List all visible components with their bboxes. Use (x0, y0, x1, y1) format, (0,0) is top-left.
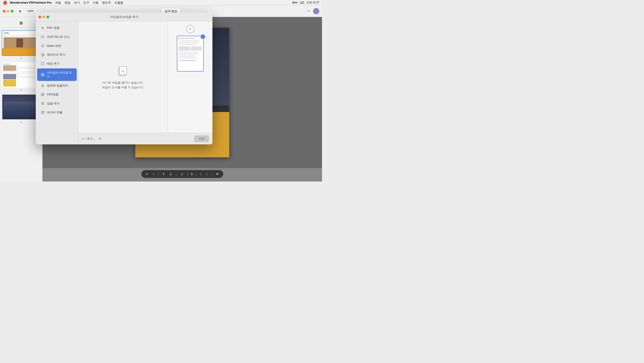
footer-left: + + 추가... ≡ (82, 136, 103, 142)
modal-menu-item-batch-remove[interactable]: 일괄 제거 (37, 99, 77, 108)
svg-rect-18 (43, 95, 44, 96)
clock-time: 오전 11:27 (306, 1, 319, 4)
modal-title: 머리글과 바닥글 추가 (110, 15, 138, 19)
menu-edit[interactable]: 편집 (64, 1, 70, 5)
modal-dialog: 머리글과 바닥글 추가 ↻ PDF 변환 (36, 12, 212, 144)
modal-menu-item-background[interactable]: 배경 추가 (37, 59, 77, 68)
svg-rect-7 (41, 62, 44, 65)
background-icon (41, 62, 45, 66)
preview-add-button[interactable]: + (186, 25, 194, 33)
add-label: + 추가... (84, 137, 95, 141)
plus-icon: + (82, 137, 84, 140)
drop-zone-icon (116, 64, 130, 78)
drop-zone[interactable]: 여기에 파일을 끌어다 놓습니다. 파일의 순서를 바꿀 수 있습니다. (78, 21, 168, 133)
svg-point-14 (42, 86, 43, 86)
menubar: 🍎 Wondershare PDFelement Pro 파일 편집 보기 도구… (0, 0, 322, 5)
modal-menu-item-pdf-convert[interactable]: ↻ PDF 변환 (37, 24, 77, 32)
bates-icon: # (41, 44, 45, 48)
modal-menu-label-ocr: OCR 텍스트 인식 (47, 35, 70, 39)
menu-items: 파일 편집 보기 도구 이동 윈도우 도움말 (55, 1, 123, 5)
ocr-icon (41, 35, 45, 39)
clock-day: (금) (300, 1, 304, 4)
apply-button[interactable]: 적용 (194, 135, 209, 142)
modal-overlay: 머리글과 바닥글 추가 ↻ PDF 변환 (0, 0, 322, 181)
modal-traffic-lights (38, 16, 49, 18)
preview-page-thumbnail: ✓ (177, 36, 204, 71)
modal-content-area: 여기에 파일을 끌어다 놓습니다. 파일의 순서를 바꿀 수 있습니다. + ✓ (78, 21, 212, 144)
svg-rect-0 (42, 36, 44, 38)
menu-file[interactable]: 파일 (55, 1, 61, 5)
modal-menu-label-batch-remove: 일괄 제거 (47, 101, 60, 105)
modal-menu-label-background: 배경 추가 (47, 62, 60, 66)
menu-tools[interactable]: 도구 (84, 1, 89, 5)
modal-menu-label-watermark: 워터마크 추가 (47, 53, 65, 57)
watermark-icon (41, 53, 45, 57)
apple-menu[interactable]: 🍎 (3, 0, 7, 5)
modal-body: ↻ PDF 변환 OCR 텍스트 인식 (36, 21, 212, 144)
modal-minimize-button[interactable] (42, 16, 45, 18)
pdf-merge-icon (41, 92, 45, 97)
pdf-convert-icon: ↻ (41, 26, 45, 30)
svg-rect-17 (41, 95, 42, 96)
header-footer-icon (41, 73, 45, 77)
preview-check-icon: ✓ (200, 34, 205, 39)
modal-menu-item-header-footer[interactable]: 머리글과 바닥글 추가 (37, 68, 77, 81)
svg-rect-16 (43, 93, 44, 94)
modal-menu-label-pdf-merge: PDF병합 (47, 92, 58, 97)
menu-help[interactable]: 도움말 (114, 1, 123, 5)
modal-menu-item-watermark[interactable]: 워터마크 추가 (37, 50, 77, 59)
modal-close-button[interactable] (38, 16, 41, 18)
modal-titlebar: 머리글과 바닥글 추가 (36, 12, 212, 21)
modal-menu-label-encrypt: 암호화 일괄처리 (47, 84, 68, 88)
menu-go[interactable]: 이동 (93, 1, 98, 5)
preview-panel: + ✓ (168, 21, 212, 133)
svg-rect-19 (42, 103, 44, 105)
modal-menu-label-header-footer: 머리글과 바닥글 추가 (47, 71, 73, 79)
svg-rect-8 (41, 73, 44, 76)
footer-add-button[interactable]: + + 추가... (82, 137, 95, 141)
modal-menu-item-pdf-merge[interactable]: PDF병합 (37, 90, 77, 99)
battery-percent: 88% (292, 1, 298, 4)
modal-menu-item-bates[interactable]: # Bates 번호 (37, 41, 77, 50)
drop-zone-text: 여기에 파일을 끌어다 놓습니다. 파일의 순서를 바꿀 수 있습니다. (102, 80, 144, 90)
modal-menu-item-ocr[interactable]: OCR 텍스트 인식 (37, 33, 77, 41)
svg-text:#: # (42, 45, 43, 47)
encrypt-icon (41, 84, 45, 88)
modal-menu-label-bates: Bates 번호 (47, 44, 61, 48)
menu-view[interactable]: 보기 (74, 1, 80, 5)
modal-maximize-button[interactable] (46, 16, 49, 18)
batch-remove-icon (41, 101, 45, 105)
footer-menu-button[interactable]: ≡ (97, 136, 103, 142)
modal-sidebar: ↻ PDF 변환 OCR 텍스트 인식 (36, 21, 78, 144)
modal-menu-label-pdf-convert: PDF 변환 (47, 26, 60, 30)
svg-rect-15 (41, 93, 42, 94)
modal-menu-item-data-extract[interactable]: 데이터 추출 (37, 108, 77, 117)
modal-footer: + + 추가... ≡ 적용 (78, 133, 212, 144)
app-name: Wondershare PDFelement Pro (10, 1, 52, 4)
modal-menu-item-encrypt[interactable]: 암호화 일괄처리 (37, 81, 77, 90)
menu-window[interactable]: 윈도우 (102, 1, 111, 5)
footer-right: 적용 (194, 135, 209, 142)
modal-content-main: 여기에 파일을 끌어다 놓습니다. 파일의 순서를 바꿀 수 있습니다. + ✓ (78, 21, 212, 133)
data-extract-icon (41, 110, 45, 114)
menubar-right: 88% (금) 오전 11:27 (292, 1, 319, 4)
modal-menu-label-data-extract: 데이터 추출 (47, 110, 62, 114)
